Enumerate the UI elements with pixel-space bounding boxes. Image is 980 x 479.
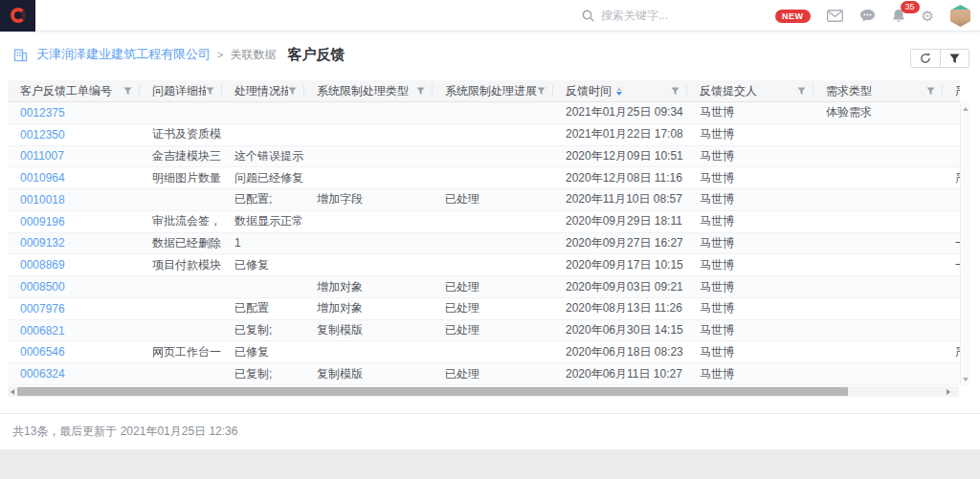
horizontal-scroll-thumb[interactable] bbox=[17, 387, 848, 396]
cell-time: 2021年01月22日 17:08 bbox=[553, 126, 687, 142]
cell-time: 2020年06月18日 08:23 bbox=[553, 344, 687, 360]
cell-limit_type: 复制模版 bbox=[304, 366, 433, 382]
cell-problem: 审批流会签，... bbox=[140, 213, 222, 229]
cell-id[interactable]: 0008500 bbox=[8, 280, 140, 294]
cell-time: 2020年06月30日 14:15 bbox=[553, 322, 687, 338]
cell-handling: 问题已经修复... bbox=[222, 170, 304, 186]
cell-handling: 数据显示正常... bbox=[222, 213, 304, 229]
record-count-summary: 共13条，最后更新于 2021年01月25日 12:36 bbox=[12, 424, 237, 440]
cell-problem: 金吉捷模块三... bbox=[140, 148, 222, 164]
sort-icon[interactable] bbox=[616, 87, 622, 96]
column-label: 严重 bbox=[955, 83, 960, 99]
topbar: 搜索关键字... NEW 35 ⚙ bbox=[0, 0, 980, 32]
column-header-severity[interactable]: 严重 bbox=[943, 80, 960, 101]
cell-id[interactable]: 0012350 bbox=[8, 128, 140, 142]
bell-icon[interactable]: 35 bbox=[892, 9, 905, 23]
scroll-up-arrow-icon[interactable] bbox=[963, 107, 969, 111]
table-row[interactable]: 0008500增加对象已处理2020年09月03日 09:21马世博 bbox=[8, 276, 960, 298]
table-header-row: 客户反馈工单编号问题详细描述处理情况描述系统限制处理类型系统限制处理进展反馈时间… bbox=[8, 80, 960, 102]
cell-id[interactable]: 0010018 bbox=[8, 193, 140, 207]
settings-gear-icon[interactable]: ⚙ bbox=[922, 9, 934, 23]
cell-severity: 一 bbox=[943, 235, 960, 251]
column-header-problem[interactable]: 问题详细描述 bbox=[140, 80, 222, 101]
column-header-handling[interactable]: 处理情况描述 bbox=[222, 80, 304, 101]
cell-id[interactable]: 0007976 bbox=[8, 302, 140, 316]
filter-funnel-icon[interactable] bbox=[206, 87, 214, 96]
table-row[interactable]: 00123752021年01月25日 09:34马世博体验需求 bbox=[8, 102, 960, 124]
filter-funnel-icon[interactable] bbox=[926, 87, 935, 96]
column-label: 客户反馈工单编号 bbox=[20, 83, 112, 99]
column-header-submitter[interactable]: 反馈提交人 bbox=[687, 80, 813, 101]
cell-submitter: 马世博 bbox=[687, 235, 813, 251]
cell-limit_type: 复制模版 bbox=[304, 322, 433, 338]
cell-limit_progress: 已处理 bbox=[433, 279, 553, 295]
vertical-scrollbar[interactable] bbox=[960, 103, 969, 385]
table-row[interactable]: 0012350证书及资质模...2021年01月22日 17:08马世博 bbox=[8, 124, 960, 146]
filter-funnel-icon[interactable] bbox=[671, 87, 679, 96]
cell-problem: 网页工作台一... bbox=[140, 344, 222, 360]
mail-icon[interactable] bbox=[827, 10, 843, 22]
cell-severity: 严 bbox=[943, 344, 960, 360]
cell-id[interactable]: 0009196 bbox=[8, 215, 140, 229]
search-placeholder: 搜索关键字... bbox=[601, 8, 668, 24]
cell-limit_progress: 已处理 bbox=[433, 366, 553, 382]
column-label: 反馈提交人 bbox=[700, 83, 757, 99]
cell-id[interactable]: 0010964 bbox=[8, 171, 140, 185]
filter-button[interactable] bbox=[940, 50, 969, 67]
bottom-background-band bbox=[0, 449, 980, 479]
table-row[interactable]: 0007976已配置增加对象已处理2020年08月13日 11:26马世博 bbox=[8, 298, 960, 320]
filter-funnel-icon[interactable] bbox=[797, 87, 806, 96]
column-label: 处理情况描述 bbox=[234, 83, 288, 99]
cell-problem: 项目付款模块... bbox=[140, 257, 222, 273]
cell-time: 2020年09月03日 09:21 bbox=[553, 279, 687, 295]
cell-id[interactable]: 0006324 bbox=[8, 367, 140, 381]
breadcrumb: 天津润泽建业建筑工程有限公司 > 关联数据 客户反馈 bbox=[0, 38, 980, 71]
breadcrumb-company-link[interactable]: 天津润泽建业建筑工程有限公司 bbox=[36, 46, 211, 63]
cell-id[interactable]: 0011007 bbox=[8, 149, 140, 163]
user-avatar[interactable] bbox=[950, 5, 970, 27]
horizontal-scrollbar[interactable] bbox=[8, 386, 959, 397]
new-badge[interactable]: NEW bbox=[775, 10, 811, 23]
cell-handling: 已复制; bbox=[222, 366, 304, 382]
column-header-demand_type[interactable]: 需求类型 bbox=[813, 80, 943, 101]
cell-id[interactable]: 0006546 bbox=[8, 345, 140, 359]
footer-divider bbox=[0, 413, 980, 414]
filter-funnel-icon[interactable] bbox=[123, 87, 132, 96]
column-header-limit_progress[interactable]: 系统限制处理进展 bbox=[433, 80, 553, 101]
filter-funnel-icon[interactable] bbox=[416, 87, 425, 96]
table-row[interactable]: 0009196审批流会签，...数据显示正常...2020年09月29日 18:… bbox=[8, 211, 960, 233]
cell-submitter: 马世博 bbox=[687, 322, 813, 338]
filter-funnel-icon[interactable] bbox=[288, 87, 297, 96]
cell-id[interactable]: 0008869 bbox=[8, 258, 140, 272]
cell-submitter: 马世博 bbox=[687, 300, 813, 316]
cell-submitter: 马世博 bbox=[687, 344, 813, 360]
chat-icon[interactable] bbox=[859, 9, 876, 23]
cell-submitter: 马世博 bbox=[687, 213, 813, 229]
table-row[interactable]: 0009132数据已经删除...12020年09月27日 16:27马世博一 bbox=[8, 233, 960, 255]
refresh-button[interactable] bbox=[911, 50, 940, 67]
table-row[interactable]: 0011007金吉捷模块三...这个错误提示...2020年12月09日 10:… bbox=[8, 146, 960, 168]
table-row[interactable]: 0010964明细图片数量...问题已经修复...2020年12月08日 11:… bbox=[8, 167, 960, 189]
column-header-limit_type[interactable]: 系统限制处理类型 bbox=[304, 80, 433, 101]
table-row[interactable]: 0008869项目付款模块...已修复2020年09月17日 10:15马世博一 bbox=[8, 254, 960, 276]
company-building-icon bbox=[13, 48, 28, 62]
column-header-time[interactable]: 反馈时间 bbox=[553, 80, 687, 101]
breadcrumb-separator: > bbox=[217, 49, 223, 60]
cell-id[interactable]: 0009132 bbox=[8, 236, 140, 250]
table-row[interactable]: 0010018已配置;增加字段已处理2020年11月10日 08:57马世博 bbox=[8, 189, 960, 211]
cell-id[interactable]: 0006821 bbox=[8, 324, 140, 337]
cell-id[interactable]: 0012375 bbox=[8, 106, 140, 120]
scroll-left-arrow-icon[interactable] bbox=[8, 386, 17, 397]
scroll-right-arrow-icon[interactable] bbox=[944, 386, 953, 397]
feedback-table: 客户反馈工单编号问题详细描述处理情况描述系统限制处理类型系统限制处理进展反馈时间… bbox=[8, 80, 960, 385]
app-logo[interactable] bbox=[0, 0, 35, 32]
cell-submitter: 马世博 bbox=[687, 257, 813, 273]
table-row[interactable]: 0006546网页工作台一...已修复2020年06月18日 08:23马世博严 bbox=[8, 341, 960, 363]
table-row[interactable]: 0006324已复制;复制模版已处理2020年06月11日 10:27马世博 bbox=[8, 363, 960, 385]
scroll-down-arrow-icon[interactable] bbox=[963, 378, 969, 381]
column-header-id[interactable]: 客户反馈工单编号 bbox=[8, 80, 140, 101]
table-row[interactable]: 0006821已复制;复制模版已处理2020年06月30日 14:15马世博 bbox=[8, 320, 960, 342]
cell-submitter: 马世博 bbox=[687, 366, 813, 382]
global-search[interactable]: 搜索关键字... bbox=[582, 0, 668, 32]
filter-funnel-icon[interactable] bbox=[537, 87, 546, 96]
